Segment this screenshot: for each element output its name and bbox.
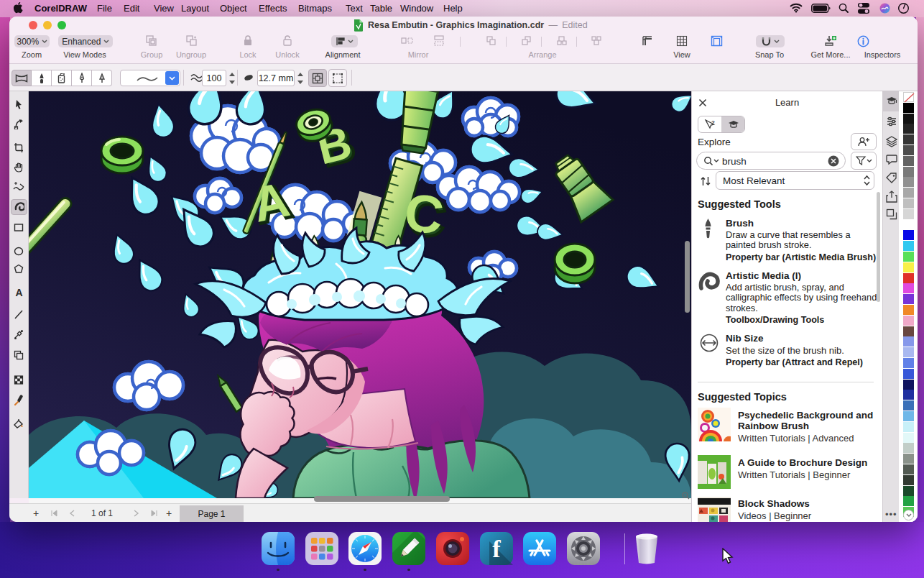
svg-text:f: f: [492, 536, 501, 562]
svg-text:?: ?: [711, 119, 715, 126]
